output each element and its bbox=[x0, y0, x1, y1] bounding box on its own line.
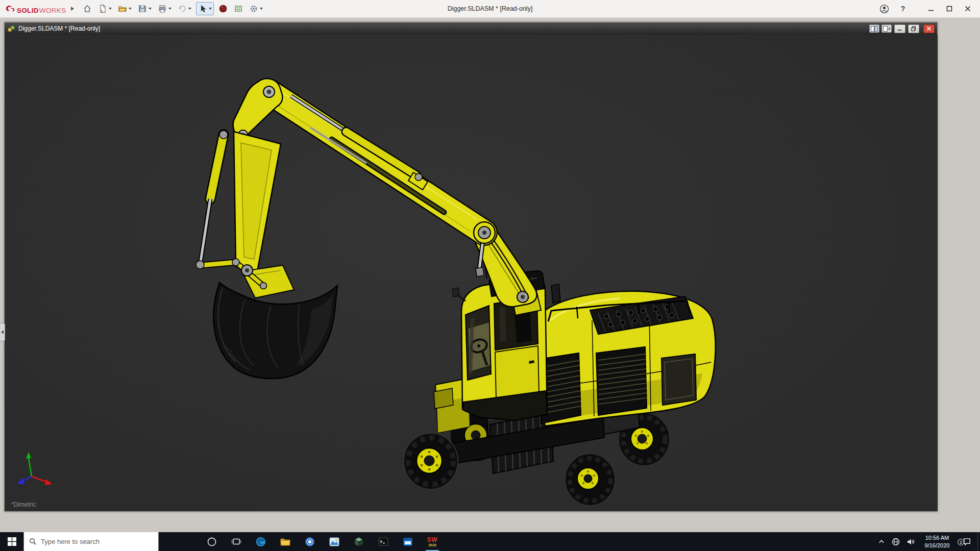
bucket[interactable] bbox=[213, 283, 337, 379]
cortana-button[interactable] bbox=[200, 532, 224, 551]
taskbar-search[interactable] bbox=[23, 532, 159, 551]
save-button[interactable] bbox=[136, 2, 153, 15]
display-pane-expand-button[interactable] bbox=[881, 24, 892, 33]
orientation-triad[interactable] bbox=[17, 452, 52, 485]
app-client-area: Digger.SLDASM * [Read-only] bbox=[0, 18, 980, 532]
minimize-icon bbox=[928, 6, 934, 12]
open-button[interactable] bbox=[116, 2, 133, 15]
home-button[interactable] bbox=[81, 2, 93, 15]
brand-text-light: WORKS bbox=[39, 7, 66, 14]
wheel-front-right[interactable] bbox=[565, 454, 615, 506]
edge-button[interactable] bbox=[249, 532, 273, 551]
gear-icon bbox=[249, 4, 258, 13]
minimize-button[interactable] bbox=[922, 1, 940, 16]
select-tool-button[interactable] bbox=[196, 2, 214, 15]
start-button[interactable] bbox=[0, 532, 23, 551]
screen: SOLIDWORKS bbox=[0, 0, 980, 551]
maximize-button[interactable] bbox=[940, 1, 959, 16]
taskbar: SW 2020 10:56 AM 9/16/2020 bbox=[0, 532, 980, 551]
brand-text-bold: SOLID bbox=[17, 7, 39, 14]
new-document-icon bbox=[98, 4, 107, 13]
rebuild-button[interactable] bbox=[217, 2, 229, 15]
excavator-model[interactable] bbox=[196, 79, 716, 506]
photos-button[interactable] bbox=[322, 532, 347, 551]
solidworks-2020-icon: SW 2020 bbox=[427, 537, 437, 547]
ds-logo-icon bbox=[5, 4, 16, 13]
browser-circle-button[interactable] bbox=[298, 532, 322, 551]
wheel-front-left[interactable] bbox=[404, 433, 458, 489]
dropdown-caret-icon bbox=[209, 8, 212, 10]
minimize-icon bbox=[897, 26, 902, 31]
search-input[interactable] bbox=[41, 538, 143, 545]
volume-icon[interactable] bbox=[906, 538, 915, 546]
new-document-button[interactable] bbox=[96, 2, 113, 15]
terminal-button[interactable] bbox=[371, 532, 396, 551]
boom-plate[interactable] bbox=[234, 132, 281, 271]
upper-body[interactable] bbox=[539, 284, 716, 426]
search-icon bbox=[29, 538, 37, 545]
options-button[interactable] bbox=[248, 2, 264, 15]
hidden-icons-chevron-icon[interactable] bbox=[878, 538, 885, 545]
app-title: Digger.SLDASM * [Read-only] bbox=[448, 5, 533, 12]
app-window-icon bbox=[402, 536, 413, 547]
solidworks-2020-button[interactable]: SW 2020 bbox=[420, 532, 445, 551]
photos-icon bbox=[329, 536, 340, 547]
system-tray: 10:56 AM 9/16/2020 2 bbox=[878, 532, 977, 551]
taskbar-spacer bbox=[445, 532, 878, 551]
open-folder-icon bbox=[118, 4, 127, 13]
taskbar-app-icons: SW 2020 bbox=[200, 532, 445, 551]
document-restore-button[interactable] bbox=[908, 24, 919, 33]
exhaust bbox=[551, 284, 560, 303]
account-icon[interactable] bbox=[879, 4, 889, 14]
boom-stick[interactable] bbox=[269, 92, 484, 233]
pane-arrow-icon bbox=[883, 26, 890, 32]
home-icon bbox=[83, 4, 92, 13]
document-minimize-button[interactable] bbox=[894, 24, 905, 33]
task-view-button[interactable] bbox=[224, 532, 249, 551]
pane-split-icon bbox=[871, 26, 878, 32]
print-button[interactable] bbox=[156, 2, 173, 15]
taskbar-clock[interactable]: 10:56 AM 9/16/2020 bbox=[921, 534, 953, 549]
assembly-document-icon bbox=[7, 24, 15, 33]
clock-date: 9/16/2020 bbox=[921, 542, 953, 549]
document-titlebar[interactable]: Digger.SLDASM * [Read-only] bbox=[5, 22, 937, 35]
action-center-button[interactable]: 2 bbox=[960, 537, 974, 546]
evaluate-table-button[interactable] bbox=[232, 2, 244, 15]
clock-time: 10:56 AM bbox=[921, 534, 953, 541]
display-pane-split-button[interactable] bbox=[869, 24, 879, 33]
view-orientation-label: *Dimetric bbox=[11, 501, 36, 508]
dropdown-caret-icon bbox=[188, 8, 191, 10]
select-cursor-icon bbox=[198, 4, 207, 13]
bucket-cylinder[interactable] bbox=[200, 131, 228, 265]
document-close-button[interactable] bbox=[923, 24, 935, 33]
windows-logo-icon bbox=[8, 537, 16, 546]
show-desktop-button[interactable] bbox=[977, 532, 980, 551]
titlebar-right: ? bbox=[879, 1, 980, 16]
network-globe-icon[interactable] bbox=[892, 538, 900, 546]
model-canvas[interactable] bbox=[5, 35, 938, 511]
graphics-viewport[interactable]: *Dimetric bbox=[5, 35, 938, 511]
chevron-left-icon bbox=[1, 330, 4, 334]
terminal-icon bbox=[378, 536, 389, 547]
help-icon[interactable]: ? bbox=[898, 5, 908, 13]
undo-button[interactable] bbox=[176, 2, 193, 15]
window-controls bbox=[922, 1, 977, 16]
undo-icon bbox=[178, 4, 187, 13]
menu-flyout-icon[interactable] bbox=[71, 7, 74, 11]
mirror bbox=[452, 288, 459, 297]
close-button[interactable] bbox=[959, 1, 977, 16]
app-titlebar: SOLIDWORKS bbox=[0, 0, 980, 18]
close-icon bbox=[926, 26, 932, 31]
feature-panel-collapse-handle[interactable] bbox=[0, 323, 5, 341]
close-icon bbox=[965, 6, 971, 12]
edge-browser-icon bbox=[255, 536, 266, 547]
file-explorer-icon bbox=[280, 536, 291, 547]
app-window-button[interactable] bbox=[396, 532, 420, 551]
solidworks-logo: SOLIDWORKS bbox=[5, 4, 66, 14]
quick-access-toolbar bbox=[81, 2, 264, 15]
cortana-icon bbox=[207, 537, 217, 547]
file-explorer-button[interactable] bbox=[273, 532, 298, 551]
table-icon bbox=[234, 4, 243, 13]
dropdown-caret-icon bbox=[149, 8, 152, 10]
solidworks-viewer-button[interactable] bbox=[347, 532, 371, 551]
